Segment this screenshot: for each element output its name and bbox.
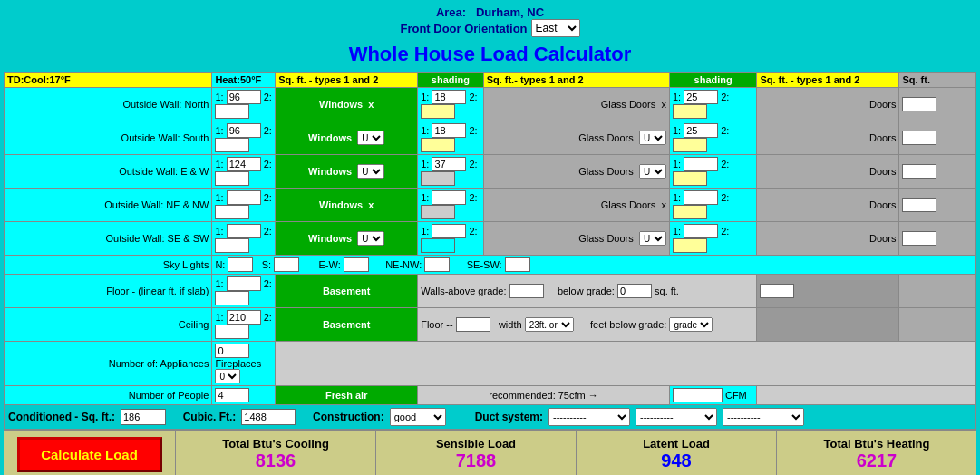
heating-result: Total Btu's Heating 6217: [777, 431, 976, 475]
skylight-sesw-input[interactable]: [505, 257, 530, 272]
row-ew: Outside Wall: E & W 1: 2: Windows Ux 1: …: [5, 155, 976, 189]
row-north: Outside Wall: North 1: 2: Windows x 1: 2…: [5, 88, 976, 121]
south-g-cell: 1: 2:: [669, 121, 757, 155]
cubic-input[interactable]: [241, 409, 296, 425]
cfm-input[interactable]: [673, 388, 723, 402]
floor-extra-input[interactable]: [760, 284, 794, 298]
south-w1-input[interactable]: [432, 123, 466, 138]
ew-windows-select[interactable]: Ux: [357, 164, 384, 179]
south-glass-cell: Glass Doors Ux: [483, 121, 669, 155]
ew-v2-input[interactable]: [215, 171, 249, 186]
sesw-windows-select[interactable]: Ux: [357, 231, 384, 246]
ew-g2-input[interactable]: [673, 171, 707, 186]
sesw-doors-input[interactable]: [902, 231, 936, 246]
north-doors-input[interactable]: [902, 97, 936, 111]
cooling-label: Total Btu's Cooling: [180, 437, 372, 451]
latent-result: Latent Load 948: [577, 431, 777, 475]
north-w1-prefix: 1:: [421, 92, 429, 102]
north-w-cell: 1: 2:: [418, 88, 483, 121]
north-g1-prefix: 1:: [673, 92, 681, 102]
ew-g1-input[interactable]: [684, 157, 718, 171]
sesw-g1-input[interactable]: [684, 224, 718, 238]
north-windows-type: x: [368, 99, 374, 110]
north-v2-prefix: 2:: [264, 92, 272, 102]
nenw-v1-input[interactable]: [227, 190, 261, 205]
floor-walls-above-input[interactable]: [509, 284, 544, 298]
floor-below-grade-input[interactable]: [617, 284, 652, 298]
ceiling-grade-select[interactable]: grade: [669, 317, 713, 332]
main-title: Whole House Load Calculator: [0, 37, 980, 70]
cubic-label: Cubic. Ft.:: [183, 411, 237, 423]
fdo-select[interactable]: East North NE SE South SW West NW: [531, 19, 580, 37]
fireplaces-select[interactable]: 0123: [215, 369, 240, 383]
south-windows-select[interactable]: Ux: [357, 131, 384, 145]
construction-select[interactable]: goodaveragepoor: [390, 408, 446, 426]
latent-value: 948: [580, 451, 772, 471]
sesw-w1-input[interactable]: [432, 224, 466, 238]
south-doors-input[interactable]: [902, 131, 936, 145]
area-value: Durham, NC: [476, 5, 544, 19]
sensible-value: 7188: [380, 451, 572, 471]
floor-v1-input[interactable]: [227, 276, 261, 291]
south-w2-input[interactable]: [421, 138, 455, 152]
skylight-ew-input[interactable]: [344, 257, 369, 272]
duct-label: Duct system:: [475, 411, 543, 423]
sesw-w2-input[interactable]: [421, 238, 455, 253]
appliances-input[interactable]: [215, 344, 249, 358]
duct-select-2[interactable]: ----------: [636, 408, 717, 426]
conditioned-input[interactable]: [121, 409, 166, 425]
floor-v2-input[interactable]: [215, 291, 249, 305]
fdo-line: Front Door Orientation East North NE SE …: [0, 19, 980, 37]
skylight-n-input[interactable]: [228, 257, 253, 272]
sesw-v2-input[interactable]: [215, 238, 249, 253]
ew-w2-input[interactable]: [421, 171, 455, 186]
calc-btn-cell: Calculate Load: [4, 431, 176, 475]
calculate-load-button[interactable]: Calculate Load: [17, 437, 162, 472]
duct-select-1[interactable]: ----------: [548, 408, 630, 426]
north-w2-input[interactable]: [421, 104, 455, 119]
hdr-shading1: shading: [418, 73, 483, 88]
sesw-v1-input[interactable]: [227, 224, 261, 238]
ew-v1-input[interactable]: [227, 157, 261, 171]
ew-glass-select[interactable]: Ux: [639, 164, 666, 179]
construction-label: Construction:: [313, 411, 384, 423]
nenw-doors-input[interactable]: [902, 198, 936, 212]
ew-doors-input[interactable]: [902, 164, 936, 179]
north-v2-input[interactable]: [215, 104, 249, 119]
people-input[interactable]: [215, 388, 249, 402]
fdo-label: Front Door Orientation: [400, 22, 527, 35]
north-v1-input[interactable]: [227, 90, 261, 104]
floor-basement-label: Basement: [276, 275, 418, 308]
north-w1-input[interactable]: [432, 90, 466, 104]
south-w-cell: 1: 2:: [418, 121, 483, 155]
area-line: Area: Durham, NC: [0, 5, 980, 19]
south-g2-input[interactable]: [673, 138, 707, 152]
nenw-w2-input[interactable]: [421, 205, 455, 219]
south-v1-input[interactable]: [227, 123, 261, 138]
north-g1-input[interactable]: [684, 90, 718, 104]
sesw-glass-select[interactable]: Ux: [639, 231, 666, 246]
north-g2-input[interactable]: [673, 104, 707, 119]
hdr-sq3: Sq. ft. - types 1 and 2: [757, 73, 899, 88]
row-floor: Floor - (linear ft. if slab) 1: 2: Basem…: [5, 275, 976, 308]
ceiling-floor-input[interactable]: [456, 317, 490, 332]
duct-select-3[interactable]: ----------: [723, 408, 804, 426]
ew-w1-input[interactable]: [432, 157, 466, 171]
sesw-g2-input[interactable]: [673, 238, 707, 253]
nenw-g2-input[interactable]: [673, 205, 707, 219]
ceiling-v2-input[interactable]: [215, 325, 249, 339]
south-label: Outside Wall: South: [5, 121, 212, 155]
south-v2-input[interactable]: [215, 138, 249, 152]
ceiling-v1-input[interactable]: [227, 310, 261, 325]
hdr-shading2: shading: [669, 73, 757, 88]
south-glass-select[interactable]: Ux: [639, 131, 666, 145]
nenw-v2-input[interactable]: [215, 205, 249, 219]
skylight-nenw-input[interactable]: [424, 257, 450, 272]
south-g1-input[interactable]: [684, 123, 718, 138]
nenw-g1-input[interactable]: [684, 190, 718, 205]
skylight-s-input[interactable]: [274, 257, 299, 272]
north-doors-label: Doors: [757, 88, 899, 121]
nenw-w1-input[interactable]: [432, 190, 466, 205]
ceiling-width-select[interactable]: 23ft. or: [525, 317, 574, 332]
row-ceiling: Ceiling 1: 2: Basement Floor -- width 23…: [5, 308, 976, 342]
